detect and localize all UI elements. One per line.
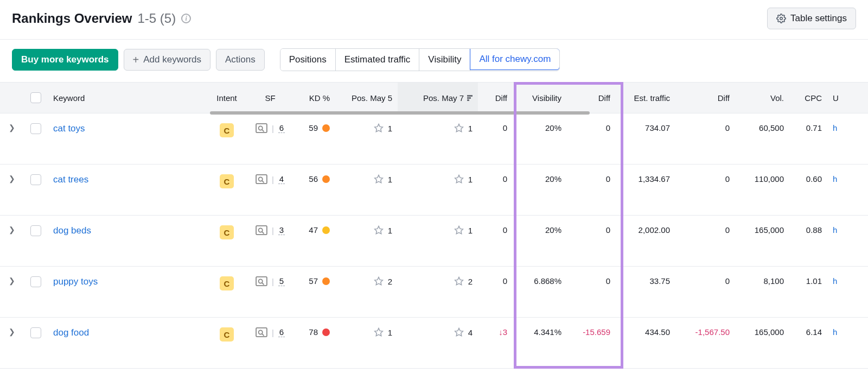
position-may-5: 1: [374, 174, 392, 184]
cpc-value: 6.14: [789, 327, 827, 337]
expand-row-icon[interactable]: ❯: [9, 174, 15, 183]
est-traffic-value: 434.50: [616, 327, 675, 337]
keyword-difficulty: 57: [309, 276, 330, 286]
row-checkbox[interactable]: [30, 225, 41, 236]
table-row: ❯ puppy toys C |5 57 2 2 0 6.868% 0 33.7…: [0, 267, 868, 318]
keyword-link[interactable]: dog beds: [53, 225, 91, 236]
serp-features[interactable]: |6: [256, 123, 285, 133]
visibility-diff: 0: [567, 174, 616, 184]
star-icon: [374, 174, 384, 184]
volume-value: 110,000: [735, 174, 789, 184]
buy-keywords-label: Buy more keywords: [21, 54, 109, 65]
row-checkbox[interactable]: [30, 123, 41, 134]
est-traffic-value: 2,002.00: [616, 225, 675, 235]
plus-icon: +: [133, 54, 139, 65]
row-checkbox[interactable]: [30, 327, 41, 338]
view-tab-all-for-chewy-com[interactable]: All for chewy.com: [470, 48, 560, 70]
table-settings-button[interactable]: Table settings: [767, 8, 856, 29]
actions-button[interactable]: Actions: [216, 49, 265, 71]
position-diff: ↓3: [478, 327, 513, 337]
serp-features[interactable]: |5: [256, 276, 285, 286]
url-link[interactable]: h: [833, 276, 837, 286]
position-may-7: 2: [454, 276, 473, 286]
view-tab-positions[interactable]: Positions: [280, 49, 336, 71]
table-row: ❯ cat trees C |4 56 1 1 0 20% 0 1,334.67…: [0, 165, 868, 216]
info-icon[interactable]: i: [181, 14, 191, 23]
col-pos-may-7[interactable]: Pos. May 7: [398, 83, 478, 113]
est-traffic-value: 33.75: [616, 276, 675, 286]
keyword-link[interactable]: cat toys: [53, 123, 85, 134]
position-diff: 0: [478, 123, 513, 132]
select-all-checkbox[interactable]: [30, 92, 41, 103]
keyword-link[interactable]: cat trees: [53, 174, 88, 185]
volume-value: 165,000: [735, 327, 789, 337]
col-diff-pos[interactable]: Diff: [478, 93, 513, 103]
col-url[interactable]: U: [827, 93, 844, 103]
page-range: 1-5 (5): [137, 11, 176, 26]
star-icon: [454, 225, 464, 235]
page-header: Rankings Overview 1-5 (5) i Table settin…: [0, 0, 868, 40]
star-icon: [374, 225, 384, 235]
kd-indicator-dot: [322, 124, 330, 132]
row-checkbox[interactable]: [30, 276, 41, 287]
position-may-7: 1: [454, 123, 473, 133]
keyword-link[interactable]: puppy toys: [53, 276, 98, 287]
cpc-value: 1.01: [789, 276, 827, 286]
expand-row-icon[interactable]: ❯: [9, 225, 15, 234]
serp-features-icon: [256, 225, 267, 235]
table-row: ❯ cat toys C |6 59 1 1 0 20% 0 734.07 0 …: [0, 113, 868, 165]
col-pos-may-5[interactable]: Pos. May 5: [335, 93, 398, 103]
visibility-value: 20%: [513, 123, 567, 132]
col-visibility-diff[interactable]: Diff: [567, 93, 616, 103]
star-icon: [374, 276, 384, 286]
intent-badge[interactable]: C: [220, 123, 234, 137]
url-link[interactable]: h: [833, 174, 837, 184]
row-checkbox[interactable]: [30, 174, 41, 185]
serp-features[interactable]: |6: [256, 327, 285, 337]
col-cpc[interactable]: CPC: [789, 93, 827, 103]
col-sf[interactable]: SF: [248, 93, 292, 103]
est-traffic-diff: 0: [675, 225, 735, 235]
col-keyword[interactable]: Keyword: [48, 93, 205, 103]
url-link[interactable]: h: [833, 225, 837, 235]
position-may-5: 1: [374, 225, 392, 235]
svg-point-0: [780, 17, 783, 20]
est-traffic-diff: 0: [675, 123, 735, 132]
view-tab-estimated-traffic[interactable]: Estimated traffic: [336, 49, 420, 71]
col-intent[interactable]: Intent: [205, 93, 248, 103]
view-tab-visibility[interactable]: Visibility: [419, 49, 470, 71]
serp-features[interactable]: |4: [256, 174, 285, 184]
col-pos-may-7-label: Pos. May 7: [423, 93, 464, 103]
gear-icon: [776, 14, 786, 23]
down-arrow-icon: ↓: [499, 327, 503, 337]
expand-row-icon[interactable]: ❯: [9, 276, 15, 285]
intent-badge[interactable]: C: [220, 327, 234, 342]
position-diff: 0: [478, 225, 513, 235]
serp-features[interactable]: |3: [256, 225, 285, 235]
col-est-traffic[interactable]: Est. traffic: [616, 93, 675, 103]
horizontal-scrollbar[interactable]: [210, 111, 590, 115]
col-est-traffic-diff[interactable]: Diff: [675, 93, 735, 103]
url-link[interactable]: h: [833, 327, 837, 337]
est-traffic-diff: 0: [675, 174, 735, 184]
view-tabs: PositionsEstimated trafficVisibilityAll …: [280, 48, 560, 71]
table-settings-label: Table settings: [790, 13, 847, 24]
url-link[interactable]: h: [833, 123, 837, 132]
position-diff: 0: [478, 276, 513, 286]
col-kd[interactable]: KD %: [292, 93, 335, 103]
buy-keywords-button[interactable]: Buy more keywords: [12, 49, 118, 71]
keyword-difficulty: 59: [309, 123, 330, 132]
col-volume[interactable]: Vol.: [735, 93, 789, 103]
intent-badge[interactable]: C: [220, 225, 234, 239]
add-keywords-button[interactable]: +Add keywords: [124, 49, 210, 71]
page-title: Rankings Overview: [12, 11, 132, 26]
col-visibility[interactable]: Visibility: [513, 93, 567, 103]
keyword-link[interactable]: dog food: [53, 327, 89, 338]
intent-badge[interactable]: C: [220, 174, 234, 188]
position-may-7: 1: [454, 225, 473, 235]
expand-row-icon[interactable]: ❯: [9, 123, 15, 132]
keyword-difficulty: 78: [309, 327, 330, 337]
expand-row-icon[interactable]: ❯: [9, 327, 15, 336]
intent-badge[interactable]: C: [220, 276, 234, 290]
cpc-value: 0.60: [789, 174, 827, 184]
